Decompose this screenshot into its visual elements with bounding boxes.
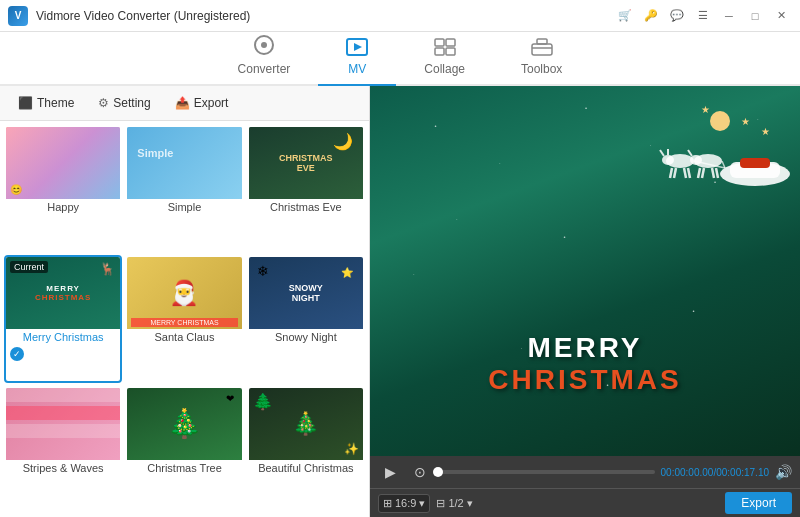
theme-christmas-tree[interactable]: 🎄 ❤ Christmas Tree [125,386,243,513]
toolbox-label: Toolbox [521,62,562,76]
theme-grid: 😊 Happy Simple Simple CHRISTMASEVE [0,121,369,517]
current-badge: Current [10,261,48,273]
reindeer-scene [600,106,780,186]
theme-simple[interactable]: Simple Simple [125,125,243,252]
setting-label: Setting [113,96,150,110]
aspect-ratio-select[interactable]: ⊞ 16:9 ▾ [378,494,430,513]
progress-bar[interactable] [438,470,655,474]
maximize-button[interactable]: □ [744,5,766,27]
converter-label: Converter [238,62,291,76]
aspect-ratio-value: 16:9 [395,497,416,509]
export-button[interactable]: Export [725,492,792,514]
theme-snowy-night-label: Snowy Night [249,329,363,346]
page-indicator: ⊟ 1/2 ▾ [436,497,472,510]
title-bar: V Vidmore Video Converter (Unregistered)… [0,0,800,32]
theme-stripes-waves[interactable]: Stripes & Waves [4,386,122,513]
bottom-controls: ⊞ 16:9 ▾ ⊟ 1/2 ▾ Export [370,488,800,517]
theme-snowy-night[interactable]: SNOWYNIGHT ❄ ⭐ Snowy Night [247,255,365,382]
svg-line-23 [698,168,700,178]
progress-dot [433,467,443,477]
svg-line-18 [688,168,690,178]
svg-marker-3 [354,43,362,51]
svg-point-19 [662,155,674,165]
converter-icon [253,34,275,59]
minimize-button[interactable]: ─ [718,5,740,27]
tab-toolbox[interactable]: Toolbox [493,32,590,86]
theme-happy[interactable]: 😊 Happy [4,125,122,252]
aspect-ratio-icon: ⊞ [383,497,392,510]
page-chevron: ▾ [467,497,473,510]
sub-nav: ⬛ Theme ⚙ Setting 📤 Export [0,86,369,121]
theme-christmas-eve[interactable]: CHRISTMASEVE 🌙 Christmas Eve [247,125,365,252]
mv-label: MV [348,62,366,76]
nav-tabs: Converter MV Collage [0,32,800,86]
svg-line-24 [702,168,704,178]
chat-icon[interactable]: 💬 [666,5,688,27]
menu-icon[interactable]: ☰ [692,5,714,27]
svg-rect-6 [435,48,444,55]
svg-point-27 [690,155,702,165]
close-button[interactable]: ✕ [770,5,792,27]
svg-rect-7 [446,48,455,55]
theme-stripes-waves-label: Stripes & Waves [6,460,120,477]
theme-tab[interactable]: ⬛ Theme [8,92,84,114]
page-icon: ⊟ [436,497,445,510]
theme-merry-christmas[interactable]: MERRY CHRISTMAS 🦌 Current ✓ Merry Christ… [4,255,122,382]
svg-rect-5 [446,39,455,46]
svg-rect-13 [740,158,770,168]
theme-christmas-tree-label: Christmas Tree [127,460,241,477]
theme-christmas-eve-label: Christmas Eve [249,199,363,216]
svg-line-25 [712,168,714,178]
player-controls: ▶ ⊙ 00:00:00.00/00:00:17.10 🔊 [370,456,800,488]
title-bar-controls: 🛒 🔑 💬 ☰ ─ □ ✕ [614,5,792,27]
theme-beautiful-christmas-label: Beautiful Christmas [249,460,363,477]
collage-icon [434,38,456,59]
theme-happy-label: Happy [6,199,120,216]
svg-line-15 [670,168,672,178]
collage-label: Collage [424,62,465,76]
svg-line-20 [660,150,664,156]
export-label: Export [194,96,229,110]
theme-merry-christmas-label: Merry Christmas [6,329,120,346]
merry-text: MERRY [488,332,681,364]
left-panel: ⬛ Theme ⚙ Setting 📤 Export 😊 Happy [0,86,370,517]
aspect-ratio-chevron: ▾ [419,497,425,510]
theme-label: Theme [37,96,74,110]
theme-santa-claus[interactable]: 🎅 MERRY CHRISTMAS Santa Claus [125,255,243,382]
setting-icon: ⚙ [98,96,109,110]
tab-collage[interactable]: Collage [396,32,493,86]
shopping-icon[interactable]: 🛒 [614,5,636,27]
main-content: ⬛ Theme ⚙ Setting 📤 Export 😊 Happy [0,86,800,517]
mv-icon [346,38,368,59]
title-bar-left: V Vidmore Video Converter (Unregistered) [8,6,250,26]
tab-converter[interactable]: Converter [210,28,319,86]
export-icon: 📤 [175,96,190,110]
tab-mv[interactable]: MV [318,32,396,86]
key-icon[interactable]: 🔑 [640,5,662,27]
svg-line-17 [684,168,686,178]
setting-tab[interactable]: ⚙ Setting [88,92,160,114]
app-icon: V [8,6,28,26]
christmas-word: CHRISTMAS [488,364,681,396]
christmas-text: MERRY CHRISTMAS [488,332,681,396]
app-title: Vidmore Video Converter (Unregistered) [36,9,250,23]
time-display: 00:00:00.00/00:00:17.10 [661,467,769,478]
stop-button[interactable]: ⊙ [408,460,432,484]
page-fraction: 1/2 [448,497,463,509]
volume-icon[interactable]: 🔊 [775,464,792,480]
svg-point-1 [261,42,267,48]
preview-area: • · • · • · • · • · • · ★ ★ ★ [370,86,800,456]
svg-rect-4 [435,39,444,46]
svg-line-26 [716,168,718,178]
theme-beautiful-christmas[interactable]: 🎄 🌲 ✨ Beautiful Christmas [247,386,365,513]
toolbox-icon [531,38,553,59]
right-panel: • · • · • · • · • · • · ★ ★ ★ [370,86,800,517]
theme-santa-claus-label: Santa Claus [127,329,241,346]
svg-line-28 [688,150,692,156]
theme-icon: ⬛ [18,96,33,110]
theme-simple-label: Simple [127,199,241,216]
play-button[interactable]: ▶ [378,460,402,484]
export-tab[interactable]: 📤 Export [165,92,239,114]
svg-line-16 [674,168,676,178]
svg-rect-9 [532,44,552,55]
